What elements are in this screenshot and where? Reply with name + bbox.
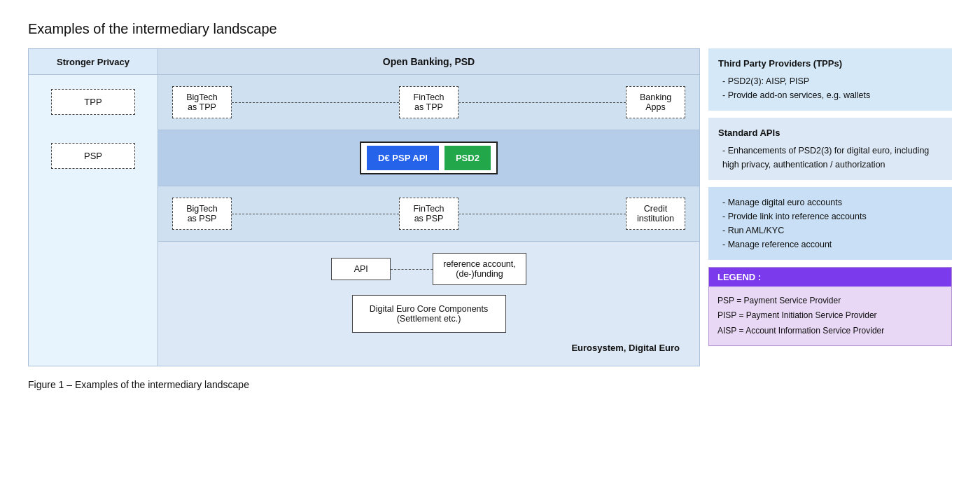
banking-apps: Banking Apps — [626, 86, 685, 118]
tpp-item-1: - PSD2(3): AISP, PISP — [722, 74, 942, 88]
annotations-panel: Third Party Providers (TPPs) - PSD2(3): … — [708, 48, 952, 366]
left-column: TPP PSP — [29, 75, 158, 366]
api-group: D€ PSP API PSD2 — [360, 142, 498, 174]
legend-item-1: PSP = Payment Service Provider — [718, 294, 943, 309]
connector-3 — [232, 214, 399, 214]
diagram-left: Stronger Privacy Open Banking, PSD TPP — [28, 48, 700, 366]
page-title: Examples of the intermediary landscape — [28, 21, 952, 37]
eurosystem-row1: API reference account, (de-)funding — [172, 253, 685, 285]
digital-euro-core-box: Digital Euro Core Components (Settlement… — [352, 295, 506, 333]
diagram-body: TPP PSP BigTech as TP — [29, 75, 699, 366]
diagram-header: Stronger Privacy Open Banking, PSD — [29, 49, 699, 75]
full-diagram: Stronger Privacy Open Banking, PSD TPP — [28, 48, 700, 366]
connector-4 — [458, 214, 626, 214]
bigtech-tpp: BigTech as TPP — [172, 86, 232, 118]
figure-caption: Figure 1 – Examples of the intermediary … — [28, 379, 952, 390]
fintech-tpp: FinTech as TPP — [399, 86, 458, 118]
de-psp-api-box: D€ PSP API — [367, 146, 439, 170]
std-api-annotation: Standard APIs - Enhancements of PSD2(3) … — [708, 118, 952, 180]
eurosystem-label: Eurosystem, Digital Euro — [172, 343, 685, 353]
digital-euro-core: Digital Euro Core Components (Settlement… — [352, 295, 506, 333]
connector-2 — [458, 102, 626, 103]
std-api-title: Standard APIs — [718, 126, 942, 141]
page-container: Examples of the intermediary landscape S… — [28, 21, 952, 390]
bigtech-psp: BigTech as PSP — [172, 198, 232, 230]
right-column: BigTech as TPP FinTech as TPP Banking Ap… — [158, 75, 699, 366]
legend-header: LEGEND : — [709, 268, 951, 287]
tpp-annotation: Third Party Providers (TPPs) - PSD2(3): … — [708, 48, 952, 111]
psp-item-2: - Provide link into reference accounts — [722, 209, 942, 223]
psp-item-1: - Manage digital euro accounts — [722, 195, 942, 209]
psp-item-4: - Manage reference account — [722, 237, 942, 252]
psp-item-3: - Run AML/KYC — [722, 223, 942, 237]
std-api-item-1: - Enhancements of PSD2(3) for digital eu… — [722, 144, 942, 172]
legend-item-2: PISP = Payment Initiation Service Provid… — [718, 308, 943, 324]
tpp-annotation-title: Third Party Providers (TPPs) — [718, 57, 942, 71]
fintech-psp: FinTech as PSP — [399, 198, 458, 230]
psp-annotation: - Manage digital euro accounts - Provide… — [708, 187, 952, 260]
tpp-item-2: - Provide add-on services, e.g. wallets — [722, 88, 942, 102]
legend-item-3: AISP = Account Information Service Provi… — [718, 324, 943, 339]
connector-5 — [391, 269, 433, 270]
psd2-box: PSD2 — [444, 146, 491, 170]
psp-node: PSP — [51, 143, 135, 169]
tpp-band: BigTech as TPP FinTech as TPP Banking Ap… — [158, 75, 699, 130]
credit-institution: Credit institution — [626, 198, 685, 230]
api-node: API — [331, 258, 391, 280]
eurosystem-band: API reference account, (de-)funding — [158, 242, 699, 366]
reference-account: reference account, (de-)funding — [433, 253, 526, 285]
header-privacy: Stronger Privacy — [29, 49, 158, 75]
psp-band: BigTech as PSP FinTech as PSP Credit ins… — [158, 186, 699, 242]
legend-box: LEGEND : PSP = Payment Service Provider … — [708, 267, 952, 347]
header-openbanking: Open Banking, PSD — [158, 49, 699, 75]
legend-content: PSP = Payment Service Provider PISP = Pa… — [709, 287, 951, 346]
connector-1 — [232, 102, 399, 103]
diagram-outer: Stronger Privacy Open Banking, PSD TPP — [28, 48, 952, 366]
tpp-node: TPP — [51, 89, 135, 115]
api-band: D€ PSP API PSD2 — [158, 130, 699, 186]
